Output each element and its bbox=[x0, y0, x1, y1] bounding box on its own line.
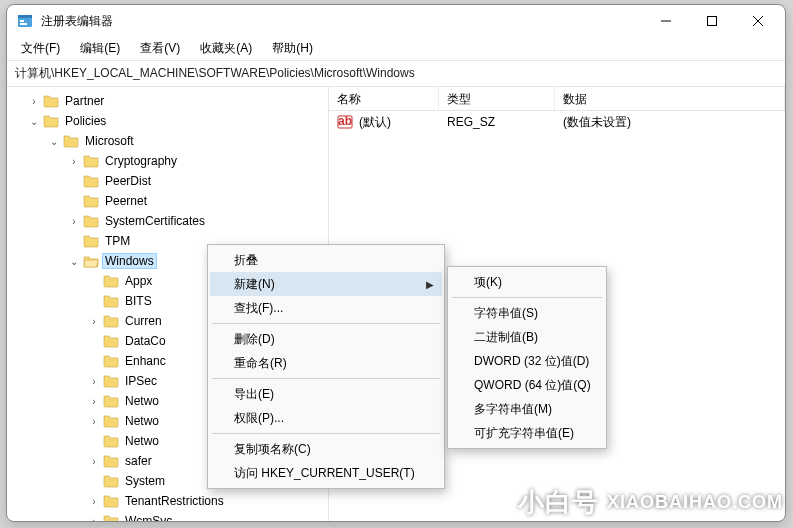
tree-item-cryptography[interactable]: ›Cryptography bbox=[7, 151, 328, 171]
ctx-new-multistring[interactable]: 多字符串值(M) bbox=[450, 397, 604, 421]
column-type[interactable]: 类型 bbox=[439, 87, 555, 110]
ctx-export[interactable]: 导出(E) bbox=[210, 382, 442, 406]
close-button[interactable] bbox=[735, 6, 781, 36]
menu-view[interactable]: 查看(V) bbox=[132, 37, 188, 60]
folder-icon bbox=[103, 514, 119, 521]
submenu-arrow-icon: ▶ bbox=[426, 279, 434, 290]
folder-icon bbox=[103, 354, 119, 368]
ctx-new-dword[interactable]: DWORD (32 位)值(D) bbox=[450, 349, 604, 373]
ctx-new-expandstring[interactable]: 可扩充字符串值(E) bbox=[450, 421, 604, 445]
expand-icon[interactable]: › bbox=[87, 376, 101, 387]
expand-icon[interactable]: › bbox=[87, 456, 101, 467]
separator bbox=[212, 323, 440, 324]
expand-icon[interactable]: › bbox=[67, 156, 81, 167]
watermark-cn: 小白号 bbox=[518, 485, 599, 520]
titlebar[interactable]: 注册表编辑器 bbox=[7, 5, 785, 37]
folder-icon bbox=[103, 394, 119, 408]
svg-point-10 bbox=[490, 499, 497, 506]
list-row[interactable]: ab (默认) REG_SZ (数值未设置) bbox=[329, 111, 785, 133]
folder-icon bbox=[103, 454, 119, 468]
ctx-new-key[interactable]: 项(K) bbox=[450, 270, 604, 294]
folder-icon bbox=[103, 294, 119, 308]
ctx-new[interactable]: 新建(N)▶ bbox=[210, 272, 442, 296]
tree-item-wcmsvc[interactable]: ›WcmSvc bbox=[7, 511, 328, 521]
value-type: REG_SZ bbox=[439, 115, 555, 129]
folder-icon bbox=[83, 234, 99, 248]
window-title: 注册表编辑器 bbox=[41, 13, 643, 30]
expand-icon[interactable]: › bbox=[87, 416, 101, 427]
broadcast-icon bbox=[476, 486, 510, 520]
context-submenu-new: 项(K) 字符串值(S) 二进制值(B) DWORD (32 位)值(D) QW… bbox=[447, 266, 607, 449]
svg-rect-1 bbox=[18, 15, 32, 18]
column-name[interactable]: 名称 bbox=[329, 87, 439, 110]
value-data: (数值未设置) bbox=[555, 114, 785, 131]
ctx-new-binary[interactable]: 二进制值(B) bbox=[450, 325, 604, 349]
tree-item-peerdist[interactable]: PeerDist bbox=[7, 171, 328, 191]
maximize-button[interactable] bbox=[689, 6, 735, 36]
menu-file[interactable]: 文件(F) bbox=[13, 37, 68, 60]
collapse-icon[interactable]: ⌄ bbox=[27, 116, 41, 127]
folder-icon bbox=[103, 494, 119, 508]
folder-icon bbox=[103, 474, 119, 488]
ctx-new-string[interactable]: 字符串值(S) bbox=[450, 301, 604, 325]
collapse-icon[interactable]: ⌄ bbox=[47, 136, 61, 147]
collapse-icon[interactable]: ⌄ bbox=[67, 256, 81, 267]
expand-icon[interactable]: › bbox=[87, 516, 101, 522]
column-data[interactable]: 数据 bbox=[555, 87, 785, 110]
ctx-collapse[interactable]: 折叠 bbox=[210, 248, 442, 272]
ctx-delete[interactable]: 删除(D) bbox=[210, 327, 442, 351]
list-header: 名称 类型 数据 bbox=[329, 87, 785, 111]
tree-item-partner[interactable]: ›Partner bbox=[7, 91, 328, 111]
tree-item-tenantrestrictions[interactable]: ›TenantRestrictions bbox=[7, 491, 328, 511]
menu-favorites[interactable]: 收藏夹(A) bbox=[192, 37, 260, 60]
folder-icon bbox=[63, 134, 79, 148]
ctx-permissions[interactable]: 权限(P)... bbox=[210, 406, 442, 430]
folder-open-icon bbox=[83, 254, 99, 268]
folder-icon bbox=[103, 334, 119, 348]
folder-icon bbox=[83, 174, 99, 188]
ctx-copy-key-name[interactable]: 复制项名称(C) bbox=[210, 437, 442, 461]
expand-icon[interactable]: › bbox=[87, 396, 101, 407]
context-menu: 折叠 新建(N)▶ 查找(F)... 删除(D) 重命名(R) 导出(E) 权限… bbox=[207, 244, 445, 489]
folder-icon bbox=[103, 314, 119, 328]
regedit-icon bbox=[17, 13, 33, 29]
folder-icon bbox=[43, 114, 59, 128]
svg-rect-5 bbox=[708, 17, 717, 26]
ctx-goto-hkcu[interactable]: 访问 HKEY_CURRENT_USER(T) bbox=[210, 461, 442, 485]
folder-icon bbox=[103, 374, 119, 388]
tree-item-policies[interactable]: ⌄Policies bbox=[7, 111, 328, 131]
svg-rect-3 bbox=[20, 23, 27, 25]
ctx-find[interactable]: 查找(F)... bbox=[210, 296, 442, 320]
address-bar[interactable]: 计算机\HKEY_LOCAL_MACHINE\SOFTWARE\Policies… bbox=[7, 61, 785, 87]
value-name: (默认) bbox=[359, 114, 391, 131]
minimize-button[interactable] bbox=[643, 6, 689, 36]
expand-icon[interactable]: › bbox=[87, 496, 101, 507]
separator bbox=[212, 433, 440, 434]
svg-text:ab: ab bbox=[338, 115, 352, 128]
ctx-new-qword[interactable]: QWORD (64 位)值(Q) bbox=[450, 373, 604, 397]
separator bbox=[452, 297, 602, 298]
menu-help[interactable]: 帮助(H) bbox=[264, 37, 321, 60]
folder-icon bbox=[103, 274, 119, 288]
tree-item-systemcertificates[interactable]: ›SystemCertificates bbox=[7, 211, 328, 231]
svg-rect-2 bbox=[20, 20, 24, 22]
menubar: 文件(F) 编辑(E) 查看(V) 收藏夹(A) 帮助(H) bbox=[7, 37, 785, 61]
tree-item-peernet[interactable]: Peernet bbox=[7, 191, 328, 211]
tree-item-microsoft[interactable]: ⌄Microsoft bbox=[7, 131, 328, 151]
expand-icon[interactable]: › bbox=[27, 96, 41, 107]
menu-edit[interactable]: 编辑(E) bbox=[72, 37, 128, 60]
folder-icon bbox=[83, 154, 99, 168]
ctx-rename[interactable]: 重命名(R) bbox=[210, 351, 442, 375]
separator bbox=[212, 378, 440, 379]
expand-icon[interactable]: › bbox=[87, 316, 101, 327]
folder-icon bbox=[103, 434, 119, 448]
string-value-icon: ab bbox=[337, 115, 353, 129]
expand-icon[interactable]: › bbox=[67, 216, 81, 227]
folder-icon bbox=[83, 214, 99, 228]
folder-icon bbox=[83, 194, 99, 208]
watermark: 小白号 XIAOBAIHAO.COM bbox=[476, 485, 783, 520]
folder-icon bbox=[103, 414, 119, 428]
watermark-en: XIAOBAIHAO.COM bbox=[607, 492, 783, 513]
folder-icon bbox=[43, 94, 59, 108]
